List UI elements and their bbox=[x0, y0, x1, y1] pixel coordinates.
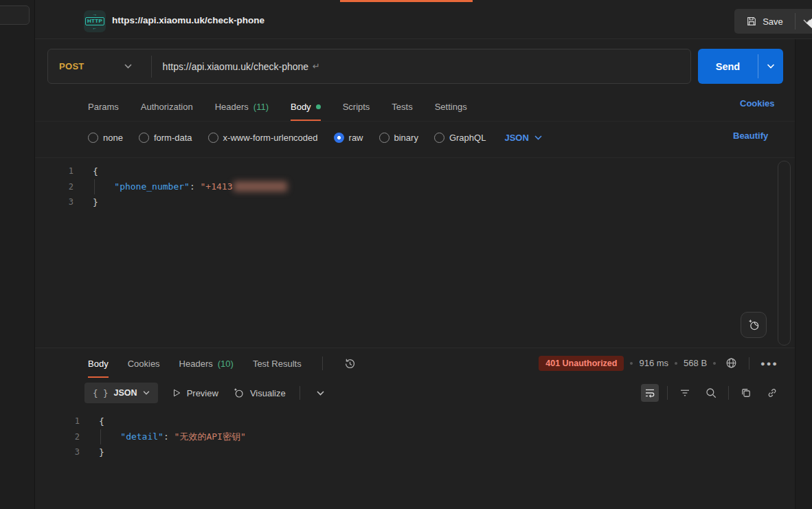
sidebar-item-partial[interactable] bbox=[0, 5, 30, 25]
tab-label: Authorization bbox=[141, 102, 193, 112]
json-brace: { bbox=[99, 416, 104, 427]
body-mode-selector: none form-data x-www-form-urlencoded raw… bbox=[88, 127, 542, 148]
beautify-link[interactable]: Beautify bbox=[733, 131, 768, 141]
response-options-button[interactable]: ●●● bbox=[758, 358, 781, 369]
radio-label: none bbox=[103, 133, 123, 143]
filter-icon bbox=[679, 387, 691, 399]
request-title: https://api.xiaomu.uk/check-phone bbox=[112, 15, 264, 25]
radio-binary[interactable]: binary bbox=[379, 133, 418, 143]
http-request-icon: → HTTP ← bbox=[84, 10, 106, 32]
postbot-button[interactable] bbox=[741, 312, 767, 338]
save-button[interactable]: Save bbox=[734, 9, 795, 34]
divider bbox=[151, 56, 152, 78]
radio-label: form-data bbox=[154, 133, 192, 143]
json-value: "无效的API密钥" bbox=[174, 431, 246, 443]
url-input[interactable]: https://api.xiaomu.uk/check-phone bbox=[163, 61, 308, 72]
cookies-link[interactable]: Cookies bbox=[740, 98, 775, 109]
line-number: 3 bbox=[46, 197, 74, 207]
tab-params[interactable]: Params bbox=[88, 93, 119, 121]
divider bbox=[35, 348, 795, 348]
tab-label: Headers bbox=[215, 102, 249, 112]
response-body-editor[interactable]: 1 { 2 "detail": "无效的API密钥" 3 } bbox=[35, 408, 795, 509]
share-link-button[interactable] bbox=[763, 384, 781, 402]
filter-button[interactable] bbox=[676, 384, 694, 402]
request-tabs: Params Authorization Headers (11) Body S… bbox=[88, 93, 467, 121]
floppy-disk-icon bbox=[746, 16, 757, 27]
json-brace: } bbox=[99, 447, 104, 457]
indent-guide bbox=[100, 429, 101, 445]
tab-accent-bar bbox=[340, 0, 473, 2]
code-line: 2 "detail": "无效的API密钥" bbox=[35, 429, 795, 445]
json-colon: : bbox=[163, 431, 174, 442]
chevron-down-icon bbox=[767, 64, 775, 69]
json-colon: : bbox=[190, 181, 201, 192]
divider bbox=[35, 121, 795, 122]
divider bbox=[728, 386, 729, 400]
radio-label: binary bbox=[394, 133, 418, 143]
tab-settings[interactable]: Settings bbox=[435, 93, 467, 121]
json-brace: { bbox=[93, 166, 98, 177]
left-sidebar-collapsed bbox=[0, 0, 35, 509]
request-header-bar: → HTTP ← https://api.xiaomu.uk/check-pho… bbox=[35, 0, 812, 39]
code-line: 2 "phone_number": "+1413 bbox=[35, 179, 795, 195]
response-meta: 401 Unauthorized 916 ms 568 B ●●● bbox=[0, 354, 781, 372]
radio-icon bbox=[379, 133, 390, 143]
language-label: JSON bbox=[504, 133, 528, 143]
dot-separator bbox=[675, 362, 677, 365]
status-badge[interactable]: 401 Unauthorized bbox=[539, 356, 624, 371]
line-number: 3 bbox=[52, 447, 80, 457]
send-button-group: Send bbox=[698, 49, 783, 84]
radio-label: x-www-form-urlencoded bbox=[223, 133, 318, 143]
tab-body[interactable]: Body bbox=[291, 93, 321, 121]
response-toolbar-right bbox=[0, 382, 781, 404]
search-icon bbox=[705, 387, 717, 399]
radio-label: GraphQL bbox=[449, 133, 486, 143]
response-time: 916 ms bbox=[639, 358, 668, 368]
wrap-text-button[interactable] bbox=[641, 384, 659, 402]
send-button[interactable]: Send bbox=[698, 49, 758, 84]
network-info-button[interactable] bbox=[722, 354, 741, 372]
language-dropdown[interactable]: JSON bbox=[504, 133, 541, 143]
divider bbox=[749, 357, 749, 370]
copy-button[interactable] bbox=[737, 384, 755, 402]
indent-guide bbox=[94, 179, 95, 195]
line-number: 2 bbox=[52, 432, 80, 442]
json-value-visible: "+1413 bbox=[201, 181, 233, 192]
headers-count-badge: (11) bbox=[253, 102, 269, 112]
method-dropdown[interactable] bbox=[124, 64, 132, 69]
json-brace: } bbox=[93, 197, 98, 207]
send-dropdown-button[interactable] bbox=[758, 49, 783, 84]
tab-tests[interactable]: Tests bbox=[392, 93, 412, 121]
tab-label: Body bbox=[291, 102, 311, 112]
globe-icon bbox=[725, 357, 738, 370]
tab-label: Settings bbox=[435, 102, 467, 112]
method-selector-label: POST bbox=[59, 61, 84, 71]
redacted-blur-region bbox=[234, 181, 287, 192]
dot-separator bbox=[630, 362, 633, 365]
code-line: 1 { bbox=[35, 163, 795, 179]
link-icon bbox=[766, 387, 778, 399]
line-number: 1 bbox=[46, 166, 74, 176]
arrow-right-icon: → bbox=[93, 12, 98, 16]
tab-headers[interactable]: Headers (11) bbox=[215, 93, 269, 121]
tab-scripts[interactable]: Scripts bbox=[343, 93, 370, 121]
radio-x-www-form-urlencoded[interactable]: x-www-form-urlencoded bbox=[208, 133, 318, 143]
tab-label: Scripts bbox=[343, 102, 370, 112]
tab-label: Params bbox=[88, 102, 119, 112]
code-line: 1 { bbox=[35, 414, 795, 429]
radio-raw[interactable]: raw bbox=[334, 133, 363, 143]
radio-none[interactable]: none bbox=[88, 133, 123, 143]
arrow-left-icon: ← bbox=[93, 26, 98, 30]
radio-icon bbox=[88, 133, 98, 143]
radio-label: raw bbox=[349, 133, 363, 143]
editor-scrollbar[interactable] bbox=[778, 161, 791, 346]
mouse-cursor bbox=[807, 17, 812, 30]
radio-graphql[interactable]: GraphQL bbox=[434, 133, 486, 143]
radio-form-data[interactable]: form-data bbox=[139, 133, 192, 143]
request-body-editor[interactable]: 1 { 2 "phone_number": "+1413 3 } bbox=[35, 157, 795, 348]
radio-icon bbox=[139, 133, 149, 143]
search-button[interactable] bbox=[702, 384, 720, 402]
dot-separator bbox=[713, 362, 716, 365]
save-button-label: Save bbox=[763, 16, 783, 27]
tab-authorization[interactable]: Authorization bbox=[141, 93, 193, 121]
